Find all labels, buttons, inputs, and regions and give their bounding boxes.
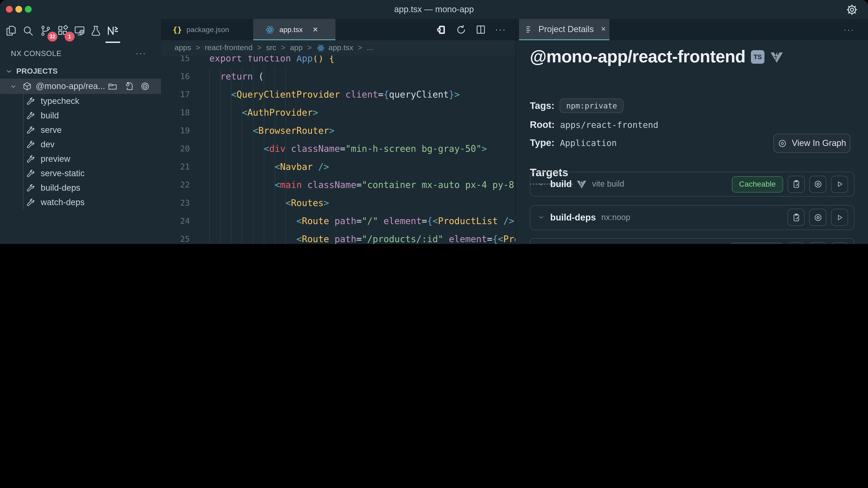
code-line-25[interactable]: 25 <Route path="/products/:id" element={… (161, 230, 515, 244)
code-line-18[interactable]: 18 <AuthProvider> (161, 103, 515, 122)
copy-task-icon[interactable] (787, 209, 805, 226)
panel-tabstrip: Project Details × ··· (516, 19, 868, 40)
close-panel-icon[interactable]: × (601, 24, 606, 34)
breadcrumb-item[interactable]: react-frontend (205, 43, 253, 53)
sidebar-item-preview[interactable]: preview (0, 152, 161, 166)
view-in-graph-label: View In Graph (792, 138, 846, 148)
remote-explorer-icon[interactable] (71, 23, 88, 39)
chevron-down-icon[interactable] (538, 181, 544, 187)
code-text: <main className="container mx-auto px-4 … (190, 176, 515, 194)
target-label: typecheck (41, 96, 79, 106)
code-line-17[interactable]: 17 <QueryClientProvider client={queryCli… (161, 86, 515, 103)
settings-gear-icon[interactable] (846, 4, 858, 16)
target-card-build[interactable]: buildvite buildCacheable (530, 172, 855, 197)
target-icon[interactable] (140, 81, 150, 91)
target-label: build (41, 111, 59, 121)
code-line-22[interactable]: 22 <main className="container mx-auto px… (161, 176, 515, 194)
sidebar-item-project[interactable]: @mono-app/rea... (0, 78, 161, 94)
copy-task-icon[interactable] (787, 175, 805, 193)
root-label: Root: (530, 119, 555, 130)
code-text: <Navbar /> (190, 158, 329, 176)
activity-bar: 32 1 (0, 19, 161, 42)
breadcrumb-item[interactable]: app.tsx (329, 43, 353, 53)
target-label: build-deps (41, 183, 80, 193)
tab-label: package.json (186, 26, 229, 34)
vite-icon (770, 50, 783, 64)
testing-icon[interactable] (88, 23, 104, 39)
cacheable-badge: Cacheable (732, 176, 783, 192)
tags-label: Tags: (530, 100, 555, 111)
panel-more-icon[interactable]: ··· (844, 25, 855, 35)
run-task-icon[interactable] (831, 242, 848, 244)
breadcrumb-item[interactable]: src (266, 43, 276, 53)
explorer-icon[interactable] (3, 23, 19, 39)
code-line-23[interactable]: 23 <Routes> (161, 194, 515, 212)
code-line-21[interactable]: 21 <Navbar /> (161, 158, 515, 176)
type-row: Type: Application (530, 137, 617, 148)
view-task-icon[interactable] (809, 209, 827, 226)
breadcrumb-item[interactable]: ... (367, 43, 373, 53)
breadcrumb[interactable]: apps>react-frontend>src>app>app.tsx>... (161, 40, 515, 56)
code-line-15[interactable]: 15export function App() { (161, 56, 515, 67)
breadcrumb-separator: > (358, 43, 362, 53)
code-line-19[interactable]: 19 <BrowserRouter> (161, 122, 515, 140)
view-in-graph-button[interactable]: View In Graph (774, 134, 850, 153)
code-line-16[interactable]: 16 return ( (161, 67, 515, 86)
breadcrumb-separator: > (307, 43, 312, 53)
breadcrumb-item[interactable]: app (290, 43, 303, 53)
sidebar-item-build-deps[interactable]: build-deps (0, 181, 161, 195)
refresh-icon[interactable] (456, 24, 467, 35)
projects-section-header[interactable]: PROJECTS (0, 64, 161, 78)
split-editor-icon[interactable] (475, 24, 486, 35)
target-card-dev[interactable]: devviteContinuous (530, 238, 855, 244)
view-task-icon[interactable] (809, 242, 827, 244)
search-icon[interactable] (20, 23, 36, 39)
code-text: <QueryClientProvider client={queryClient… (190, 86, 460, 103)
tab-project-details[interactable]: Project Details × (519, 19, 610, 39)
tab-package-json[interactable]: {} package.json (161, 19, 253, 40)
code-line-24[interactable]: 24 <Route path="/" element={<ProductList… (161, 212, 515, 230)
sidebar-more-icon[interactable]: ··· (135, 48, 147, 58)
more-actions-icon[interactable]: ··· (495, 25, 506, 35)
breadcrumb-separator: > (257, 43, 261, 53)
editor-tabstrip: {} package.json app.tsx × (161, 19, 515, 40)
wrench-icon (26, 183, 35, 193)
open-config-file-icon[interactable] (124, 81, 134, 91)
breadcrumb-item[interactable]: apps (175, 43, 191, 53)
sidebar-item-typecheck[interactable]: typecheck (0, 94, 161, 108)
sidebar-item-serve[interactable]: serve (0, 123, 161, 137)
run-task-icon[interactable] (831, 209, 848, 226)
copy-task-icon[interactable] (787, 242, 805, 244)
typescript-badge-icon: TS (751, 50, 765, 64)
package-cube-icon (22, 81, 32, 91)
window-title: app.tsx — mono-app (0, 0, 868, 19)
project-name: @mono-app/rea... (36, 81, 105, 91)
nx-icon[interactable] (104, 23, 121, 39)
tab-app-tsx[interactable]: app.tsx × (253, 19, 336, 40)
target-card-build-deps[interactable]: build-depsnx:noop (530, 205, 855, 230)
target-label: watch-deps (41, 197, 85, 207)
line-number: 15 (161, 56, 190, 67)
tab-label: app.tsx (279, 26, 303, 34)
wrench-icon (26, 140, 35, 149)
source-control-icon[interactable]: 32 (37, 23, 54, 39)
editor-group: {} package.json app.tsx × (161, 19, 515, 244)
extensions-icon[interactable]: 1 (55, 23, 71, 39)
open-settings-editor-icon[interactable] (436, 24, 447, 35)
folder-icon[interactable] (107, 81, 118, 91)
sidebar-item-serve-static[interactable]: serve-static (0, 166, 161, 181)
sidebar-item-watch-deps[interactable]: watch-deps (0, 195, 161, 210)
line-number: 24 (161, 212, 190, 230)
code-editor[interactable]: 15export function App() {16 return (17 <… (161, 56, 515, 244)
chevron-down-icon[interactable] (538, 214, 544, 221)
close-tab-icon[interactable]: × (313, 24, 318, 35)
project-targets-list: typecheckbuildservedevpreviewserve-stati… (0, 94, 161, 210)
code-line-20[interactable]: 20 <div className="min-h-screen bg-gray-… (161, 140, 515, 158)
view-task-icon[interactable] (809, 175, 827, 193)
sidebar-item-build[interactable]: build (0, 108, 161, 123)
title-bar[interactable]: app.tsx — mono-app (0, 0, 868, 19)
run-task-icon[interactable] (831, 175, 848, 193)
target-command: nx:noop (601, 213, 787, 222)
root-row: Root: apps/react-frontend (530, 119, 658, 130)
sidebar-item-dev[interactable]: dev (0, 137, 161, 152)
